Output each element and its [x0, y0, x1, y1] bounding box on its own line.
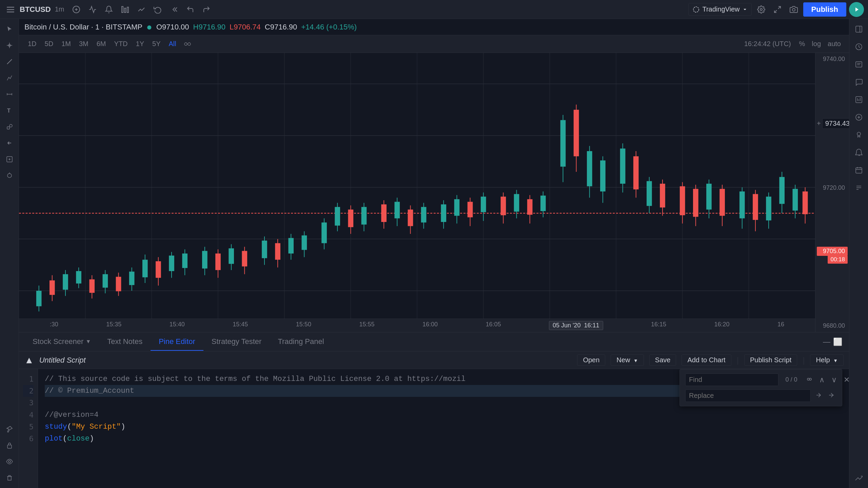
find-close-button[interactable]: ✕: [842, 374, 849, 386]
text-tool[interactable]: T: [2, 103, 17, 118]
svg-rect-90: [288, 238, 294, 253]
clock-icon[interactable]: [851, 39, 866, 54]
shapes-tool[interactable]: [2, 119, 17, 134]
compare-chart-button[interactable]: [181, 38, 194, 50]
watchlist-icon[interactable]: [851, 180, 866, 195]
ideas-icon[interactable]: [851, 127, 866, 142]
compare-button[interactable]: [70, 3, 83, 16]
screener-right-icon[interactable]: [851, 110, 866, 125]
save-button[interactable]: Save: [649, 354, 676, 366]
period-ytd[interactable]: YTD: [111, 38, 131, 50]
time-display: 16:24:42 (UTC): [744, 40, 791, 48]
find-prev-button[interactable]: ∧: [817, 374, 827, 386]
right-panel-icon[interactable]: [851, 22, 866, 37]
panel-tabs: Stock Screener ▼ Text Notes Pine Editor …: [19, 332, 849, 351]
help-button[interactable]: Help ▼: [810, 354, 844, 366]
pct-button[interactable]: %: [796, 39, 808, 49]
svg-rect-144: [693, 189, 698, 217]
add-indicator-button[interactable]: [86, 3, 99, 16]
tradingview-label: TradingView: [702, 5, 739, 13]
period-5y[interactable]: 5Y: [149, 38, 164, 50]
screenshot-button[interactable]: [787, 3, 801, 16]
chart-type-button[interactable]: [135, 3, 148, 16]
find-options-button[interactable]: [804, 374, 814, 386]
svg-rect-96: [335, 207, 340, 226]
trash-tool[interactable]: [2, 470, 17, 485]
svg-rect-116: [481, 197, 486, 212]
svg-rect-66: [116, 277, 121, 291]
right-sidebar: [849, 19, 868, 488]
trending-icon[interactable]: [851, 470, 866, 485]
tab-text-notes[interactable]: Text Notes: [99, 333, 151, 351]
data-window-icon[interactable]: [851, 92, 866, 107]
svg-rect-54: [36, 291, 42, 306]
eye-tool[interactable]: [2, 454, 17, 469]
log-button[interactable]: log: [809, 39, 824, 49]
fullscreen-button[interactable]: [771, 3, 784, 16]
menu-button[interactable]: [4, 4, 17, 15]
tradingview-selector[interactable]: TradingView: [688, 3, 751, 16]
code-line-5: study("My Script"): [45, 421, 842, 433]
chart-controls: 1D 5D 1M 3M 6M YTD 1Y 5Y All 16:24:42 (U…: [19, 35, 849, 53]
chart-area[interactable]: 9740.00 + 9734.43 9720.00 9705.00 00:18 …: [19, 53, 849, 332]
back-navigation[interactable]: [2, 136, 17, 150]
replace-all-button[interactable]: [826, 390, 836, 402]
line-tool[interactable]: [2, 54, 17, 69]
settings-button[interactable]: [754, 3, 768, 16]
lock-tool[interactable]: [2, 438, 17, 453]
redo-button[interactable]: [200, 3, 213, 16]
time-label-1535: 15:35: [106, 321, 121, 330]
svg-rect-68: [129, 271, 135, 285]
time-axis: :30 15:35 15:40 15:45 15:50 15:55 16:00 …: [19, 319, 815, 332]
open-button[interactable]: Open: [577, 354, 605, 366]
svg-rect-78: [202, 251, 208, 268]
publish-button[interactable]: Publish: [803, 2, 846, 17]
new-button[interactable]: New ▼: [611, 354, 644, 366]
publish-script-button[interactable]: Publish Script: [744, 354, 797, 366]
crosshair-tool[interactable]: [2, 38, 17, 53]
alerts-icon[interactable]: [851, 145, 866, 160]
tab-stock-screener[interactable]: Stock Screener ▼: [24, 333, 99, 351]
find-next-button[interactable]: ∨: [829, 374, 839, 386]
tab-strategy-tester[interactable]: Strategy Tester: [203, 333, 270, 351]
draw-tool[interactable]: [2, 70, 17, 85]
auto-button[interactable]: auto: [825, 39, 844, 49]
chat-icon[interactable]: [851, 75, 866, 89]
period-all[interactable]: All: [165, 38, 179, 50]
magnet-tool[interactable]: [2, 168, 17, 183]
cursor-tool[interactable]: [2, 22, 17, 37]
svg-rect-148: [719, 189, 725, 216]
alert-button[interactable]: [102, 3, 116, 16]
tab-trading-panel[interactable]: Trading Panel: [270, 333, 332, 351]
period-6m[interactable]: 6M: [93, 38, 110, 50]
find-input[interactable]: [685, 373, 778, 386]
measure-tool[interactable]: [2, 87, 17, 102]
pin-tool[interactable]: [2, 422, 17, 436]
add-to-chart-button[interactable]: Add to Chart: [682, 354, 731, 366]
svg-point-10: [760, 8, 762, 11]
news-icon[interactable]: [851, 57, 866, 72]
timeframe-label: 1m: [55, 5, 64, 13]
svg-rect-164: [856, 26, 862, 32]
bar-style-button[interactable]: [118, 3, 132, 16]
replace-options-button[interactable]: [813, 390, 824, 402]
period-5d[interactable]: 5D: [41, 38, 57, 50]
period-1m[interactable]: 1M: [58, 38, 74, 50]
go-back-button[interactable]: [167, 3, 181, 16]
zoom-tool[interactable]: [2, 152, 17, 167]
live-button[interactable]: [849, 2, 864, 17]
period-1d[interactable]: 1D: [24, 38, 40, 50]
undo-button[interactable]: [183, 3, 197, 16]
period-3m[interactable]: 3M: [76, 38, 92, 50]
svg-rect-72: [156, 261, 161, 278]
period-1y[interactable]: 1Y: [133, 38, 147, 50]
svg-rect-30: [7, 445, 12, 448]
panel-expand-button[interactable]: ⬜: [832, 336, 844, 348]
tab-pine-editor[interactable]: Pine Editor: [151, 333, 203, 351]
replace-input[interactable]: [685, 389, 811, 402]
panel-minimize-button[interactable]: —: [822, 336, 832, 348]
svg-rect-110: [441, 204, 446, 222]
calendar-icon[interactable]: [851, 163, 866, 178]
replay-button[interactable]: [151, 3, 164, 16]
svg-rect-138: [647, 181, 652, 206]
